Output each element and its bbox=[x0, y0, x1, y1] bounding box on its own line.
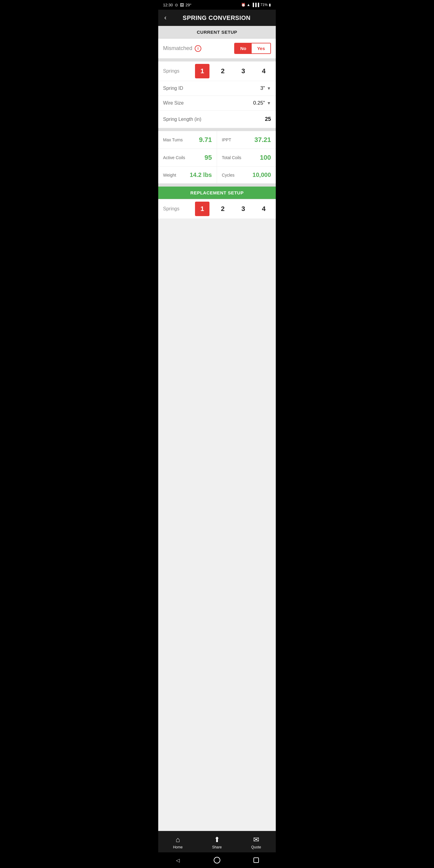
android-home-circle bbox=[214, 857, 220, 864]
spring-length-value: 25 bbox=[265, 116, 271, 122]
cycles-value: 10,000 bbox=[253, 172, 271, 179]
main-content: CURRENT SETUP Mismatched i No Yes Spring… bbox=[158, 26, 276, 831]
android-recents-button[interactable] bbox=[251, 855, 261, 866]
divider-3 bbox=[158, 184, 276, 187]
mismatched-yes-button[interactable]: Yes bbox=[252, 43, 270, 53]
alarm-icon: ⏰ bbox=[241, 3, 246, 7]
battery-percent: 71% bbox=[260, 3, 268, 7]
signal-icon: ▐▐▐ bbox=[251, 3, 259, 7]
replacement-spring-4[interactable]: 4 bbox=[256, 202, 271, 216]
spring-length-label: Spring Length (in) bbox=[163, 117, 265, 122]
divider-1 bbox=[158, 59, 276, 61]
wire-size-arrow: ▼ bbox=[267, 101, 271, 105]
quote-icon: ✉ bbox=[253, 835, 259, 844]
total-coils-cell: Total Coils 100 bbox=[217, 149, 276, 167]
mismatched-no-button[interactable]: No bbox=[235, 43, 252, 53]
total-coils-label: Total Coils bbox=[222, 155, 241, 160]
status-right: ⏰ ▲ ▐▐▐ 71% ▮ bbox=[241, 3, 271, 7]
spring-id-row[interactable]: Spring ID 3" ▼ bbox=[158, 81, 276, 96]
wire-size-value: 0.25" bbox=[253, 100, 265, 106]
current-spring-1[interactable]: 1 bbox=[195, 64, 210, 79]
current-springs-row: Springs 1 2 3 4 bbox=[158, 61, 276, 81]
temp: 29° bbox=[186, 3, 192, 7]
current-spring-2[interactable]: 2 bbox=[216, 64, 230, 79]
divider-2 bbox=[158, 128, 276, 131]
app-header: ‹ SPRING CONVERSION bbox=[158, 10, 276, 26]
home-icon: ⌂ bbox=[176, 835, 180, 844]
weight-cell: Weight 14.2 lbs bbox=[158, 167, 217, 184]
status-bar: 12:30 ⊙ 🖼 29° ⏰ ▲ ▐▐▐ 71% ▮ bbox=[158, 0, 276, 10]
android-nav: ◁ bbox=[158, 852, 276, 868]
time: 12:30 bbox=[163, 3, 173, 7]
active-coils-value: 95 bbox=[205, 154, 212, 161]
android-recents-square bbox=[253, 858, 259, 863]
replacement-spring-3[interactable]: 3 bbox=[236, 202, 250, 216]
spring-length-row: Spring Length (in) 25 bbox=[158, 111, 276, 128]
android-home-button[interactable] bbox=[212, 855, 222, 866]
ippt-cell: IPPT 37.21 bbox=[217, 131, 276, 149]
spring-id-arrow: ▼ bbox=[267, 86, 271, 91]
current-spring-3[interactable]: 3 bbox=[236, 64, 250, 79]
mismatched-toggle[interactable]: No Yes bbox=[234, 43, 271, 54]
weight-label: Weight bbox=[163, 173, 176, 178]
total-coils-value: 100 bbox=[260, 154, 271, 161]
max-turns-cell: Max Turns 9.71 bbox=[158, 131, 217, 149]
spring-id-value: 3" bbox=[260, 85, 265, 91]
android-back-button[interactable]: ◁ bbox=[173, 855, 183, 866]
wire-size-row[interactable]: Wire Size 0.25" ▼ bbox=[158, 96, 276, 111]
replacement-spring-2[interactable]: 2 bbox=[216, 202, 230, 216]
replacement-springs-options: 1 2 3 4 bbox=[195, 202, 271, 216]
max-turns-value: 9.71 bbox=[199, 136, 212, 144]
cycles-label: Cycles bbox=[222, 173, 235, 178]
active-coils-label: Active Coils bbox=[163, 155, 185, 160]
current-springs-options: 1 2 3 4 bbox=[195, 64, 271, 79]
max-turns-label: Max Turns bbox=[163, 137, 183, 142]
replacement-spring-1[interactable]: 1 bbox=[195, 202, 210, 216]
back-button[interactable]: ‹ bbox=[163, 14, 167, 22]
wire-size-label: Wire Size bbox=[163, 100, 253, 106]
share-icon: ⬆ bbox=[214, 835, 220, 844]
current-springs-label: Springs bbox=[163, 68, 195, 74]
stats-grid: Max Turns 9.71 IPPT 37.21 Active Coils 9… bbox=[158, 131, 276, 184]
cycles-cell: Cycles 10,000 bbox=[217, 167, 276, 184]
quote-label: Quote bbox=[251, 845, 261, 849]
image-icon: 🖼 bbox=[180, 3, 184, 7]
active-coils-cell: Active Coils 95 bbox=[158, 149, 217, 167]
share-label: Share bbox=[212, 845, 222, 849]
replacement-springs-row: Springs 1 2 3 4 bbox=[158, 199, 276, 219]
current-spring-4[interactable]: 4 bbox=[256, 64, 271, 79]
battery-icon: ▮ bbox=[269, 3, 271, 7]
replacement-springs-label: Springs bbox=[163, 206, 195, 212]
status-left: 12:30 ⊙ 🖼 29° bbox=[163, 3, 191, 7]
ippt-label: IPPT bbox=[222, 137, 231, 142]
bottom-nav: ⌂ Home ⬆ Share ✉ Quote bbox=[158, 831, 276, 852]
home-label: Home bbox=[173, 845, 183, 849]
quote-nav-item[interactable]: ✉ Quote bbox=[245, 834, 267, 850]
mismatched-info-icon[interactable]: i bbox=[195, 45, 201, 52]
mismatched-label: Mismatched i bbox=[163, 45, 234, 52]
replacement-setup-header: REPLACEMENT SETUP bbox=[158, 187, 276, 199]
ippt-value: 37.21 bbox=[254, 136, 271, 144]
weight-value: 14.2 lbs bbox=[190, 172, 212, 179]
spring-id-label: Spring ID bbox=[163, 86, 260, 91]
home-nav-item[interactable]: ⌂ Home bbox=[167, 834, 189, 850]
wifi-icon: ▲ bbox=[247, 3, 250, 7]
share-nav-item[interactable]: ⬆ Share bbox=[206, 834, 228, 850]
page-title: SPRING CONVERSION bbox=[171, 14, 262, 22]
mismatched-row: Mismatched i No Yes bbox=[158, 38, 276, 59]
current-setup-header: CURRENT SETUP bbox=[158, 26, 276, 38]
acura-icon: ⊙ bbox=[175, 3, 178, 7]
